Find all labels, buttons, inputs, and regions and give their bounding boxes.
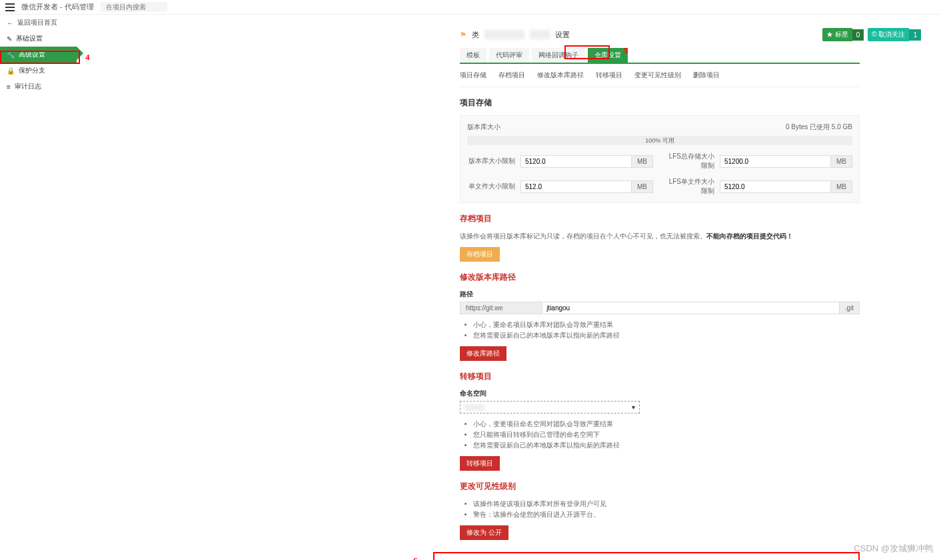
unit-mb: MB (831, 155, 852, 168)
subtab-delete[interactable]: 删除项目 (693, 71, 720, 80)
sidebar-item-label: 审计日志 (15, 82, 41, 91)
tab-webhook[interactable]: 网络回调钩子 (532, 48, 585, 63)
unit-mb: MB (632, 180, 653, 193)
subtab-path[interactable]: 修改版本库路径 (537, 71, 584, 80)
storage-progress: 100% 可用 (467, 136, 852, 145)
tab-review[interactable]: 代码评审 (489, 48, 529, 63)
sidebar-item-label: 高级设置 (19, 50, 45, 59)
annotation-box-6: 删除项目 删除项目，将删除其版本库和所有相关资源，包括缺陷，合并请求等。 删除的… (433, 552, 860, 560)
transfer-label: 命名空间 (460, 389, 860, 398)
subtab-archive[interactable]: 存档项目 (498, 71, 525, 80)
follow-badge[interactable]: © 取消关注 1 (868, 28, 921, 41)
sidebar-back-label: 返回项目首页 (17, 18, 57, 27)
chevron-down-icon: ▾ (632, 404, 635, 411)
sidebar-item-advanced[interactable]: 🔧 高级设置 (0, 47, 77, 63)
subtab-storage[interactable]: 项目存储 (460, 71, 486, 80)
title-blur (484, 30, 524, 39)
subtabs: 项目存储 存档项目 修改版本库路径 转移项目 变更可见性级别 删除项目 (460, 64, 860, 87)
subtab-visibility[interactable]: 变更可见性级别 (634, 71, 681, 80)
progress-text: 100% 可用 (467, 136, 852, 145)
namespace-select[interactable]: ▾ (460, 401, 640, 414)
path-label: 路径 (460, 290, 860, 299)
visibility-bullet: 警告：该操作会使您的项目进入开源平台。 (473, 509, 860, 520)
sidebar-back[interactable]: ← 返回项目首页 (0, 15, 77, 31)
flag-icon: ⚑ (460, 31, 467, 39)
archive-title: 存档项目 (460, 213, 860, 224)
sidebar-item-label: 保护分支 (19, 66, 45, 75)
path-input[interactable] (542, 302, 840, 314)
storage-title: 项目存储 (460, 97, 860, 109)
follow-count: 1 (909, 29, 921, 41)
arrow-left-icon: ← (7, 19, 13, 27)
star-label: ★ 标星 (822, 28, 852, 41)
visibility-button[interactable]: 修改为 公开 (460, 525, 508, 540)
sidebar-item-audit[interactable]: ≡ 审计日志 (0, 79, 77, 95)
sidebar-item-label: 基础设置 (16, 34, 43, 43)
app-title: 微信开发者 - 代码管理 (21, 2, 94, 12)
transfer-bullet: 小心，变更项目命名空间对团队会导致严重结果 (473, 419, 860, 429)
transfer-button[interactable]: 转移项目 (460, 456, 500, 471)
tabs: 模板 代码评审 网络回调钩子 仓库设置 5 (460, 48, 860, 64)
unit-mb: MB (831, 180, 852, 193)
star-count: 0 (852, 29, 864, 41)
annotation-6: 6 (413, 555, 418, 560)
search-input[interactable] (101, 2, 167, 12)
page-title: ⚑ 类 设置 (460, 30, 570, 40)
list-icon: ≡ (7, 83, 11, 91)
star-badge[interactable]: ★ 标星 0 (822, 28, 864, 41)
lfs-file-input[interactable] (720, 180, 831, 193)
title-prefix: 类 (472, 30, 479, 40)
transfer-title: 转移项目 (460, 371, 860, 382)
annotation-5: 5 (624, 45, 628, 56)
lfs-total-label: LFS总存储大小限制 (666, 152, 720, 170)
edit-icon: ✎ (7, 35, 12, 43)
file-limit-label: 单文件大小限制 (467, 182, 520, 191)
hamburger-icon[interactable] (5, 3, 15, 11)
tab-template[interactable]: 模板 (460, 48, 486, 63)
title-suffix: 设置 (555, 30, 570, 40)
title-blur (530, 30, 550, 39)
file-limit-input[interactable] (520, 180, 632, 193)
lock-icon: 🔒 (7, 67, 15, 75)
subtab-transfer[interactable]: 转移项目 (596, 71, 622, 80)
visibility-bullet: 该操作将使该项目版本库对所有登录用户可见 (473, 499, 860, 509)
path-button[interactable]: 修改库路径 (460, 346, 506, 361)
lfs-total-input[interactable] (720, 155, 831, 168)
archive-note: 该操作会将项目版本库标记为只读，存档的项目在个人中心不可见，也无法被搜索。不能向… (460, 231, 860, 242)
storage-size-label: 版本库大小 (467, 123, 500, 132)
path-suffix: .git (840, 302, 860, 314)
storage-size-value: 0 Bytes 已使用 5.0 GB (786, 123, 852, 132)
transfer-bullet: 您只能将项目转移到自己管理的命名空间下 (473, 429, 860, 440)
tab-repo-settings[interactable]: 仓库设置 (588, 48, 628, 63)
visibility-title: 更改可见性级别 (460, 481, 860, 492)
path-prefix: https://git.we (460, 302, 542, 314)
sidebar: ← 返回项目首页 ✎ 基础设置 🔧 高级设置 🔒 保护分支 ≡ 审计日志 4 (0, 15, 77, 560)
unit-mb: MB (632, 155, 653, 168)
archive-button[interactable]: 存档项目 (460, 247, 500, 262)
repo-limit-label: 版本库大小限制 (467, 156, 520, 166)
lfs-file-label: LFS单文件大小限制 (666, 177, 720, 196)
path-bullet: 您将需要设新自己的本地版本库以指向新的库路径 (473, 330, 860, 341)
path-title: 修改版本库路径 (460, 272, 860, 283)
repo-limit-input[interactable] (520, 155, 632, 168)
transfer-bullet: 您将需要设新自己的本地版本库以指向新的库路径 (473, 440, 860, 451)
sidebar-item-basic[interactable]: ✎ 基础设置 (0, 31, 77, 47)
wrench-icon: 🔧 (7, 51, 15, 59)
watermark: CSDN @攻城狮冲鸭 (854, 543, 933, 555)
sidebar-item-protected[interactable]: 🔒 保护分支 (0, 63, 77, 79)
follow-label: © 取消关注 (868, 28, 909, 41)
path-bullet: 小心，重命名项目版本库对团队会导致严重结果 (473, 320, 860, 330)
